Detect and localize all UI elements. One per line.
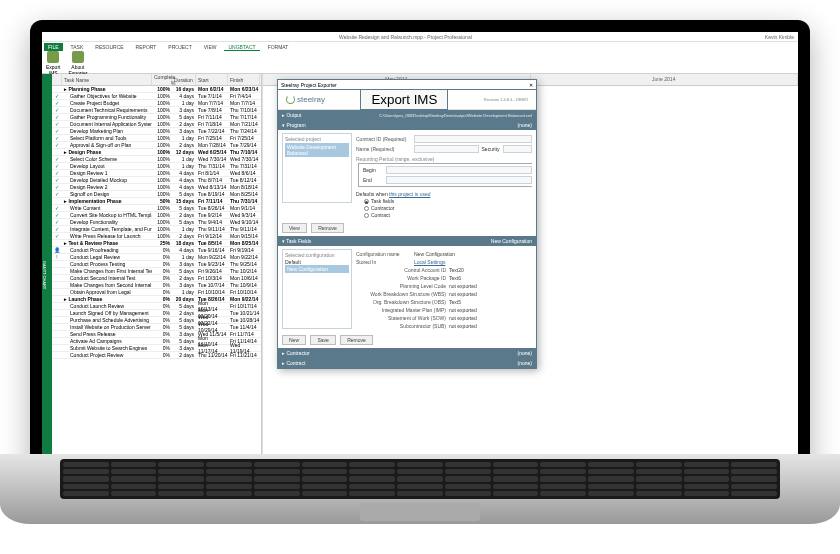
duration-cell[interactable]: 5 days [172, 324, 196, 330]
start-cell[interactable]: Tue 7/1/14 [196, 93, 228, 99]
table-row[interactable]: ✓Design Review 1100%4 daysFri 8/1/14Wed … [52, 170, 261, 177]
finish-cell[interactable]: Thu 9/11/14 [228, 226, 260, 232]
start-cell[interactable]: Fri 7/11/14 [196, 198, 228, 204]
start-cell[interactable]: Wed 8/13/14 [196, 184, 228, 190]
finish-cell[interactable]: Thu 7/10/14 [228, 107, 260, 113]
start-cell[interactable]: Mon 9/22/14 [196, 254, 228, 260]
save-button[interactable]: Save [310, 335, 335, 345]
table-row[interactable]: ▸ Implementation Phase50%15 daysFri 7/11… [52, 198, 261, 205]
task-grid[interactable]: Task Name Complete % Duration Start Fini… [52, 74, 262, 456]
finish-cell[interactable]: Mon 10/6/14 [228, 275, 260, 281]
table-row[interactable]: ✓Develop Marketing Plan100%3 daysTue 7/2… [52, 128, 261, 135]
section-task-fields[interactable]: ▾ Task Fields New Configuration [278, 236, 536, 246]
duration-cell[interactable]: 4 days [172, 184, 196, 190]
finish-cell[interactable]: Thu 9/25/14 [228, 261, 260, 267]
task-name-cell[interactable]: Purchase and Schedule Advertising [62, 317, 152, 323]
list-item[interactable]: New Configuration [285, 265, 349, 273]
table-row[interactable]: Conduct Process Testing0%3 daysTue 9/23/… [52, 261, 261, 268]
table-row[interactable]: 👤Conduct Proofreading0%4 daysTue 9/16/14… [52, 247, 261, 254]
complete-cell[interactable]: 100% [152, 177, 172, 183]
complete-cell[interactable]: 50% [152, 198, 172, 204]
task-name-cell[interactable]: Select Color Scheme [62, 156, 152, 162]
finish-cell[interactable]: Fri 11/7/14 [228, 331, 260, 337]
complete-cell[interactable]: 0% [152, 303, 172, 309]
start-cell[interactable]: Thu 9/11/14 [196, 226, 228, 232]
start-cell[interactable]: Fri 10/10/14 [196, 289, 228, 295]
complete-cell[interactable]: 0% [152, 324, 172, 330]
tab-resource[interactable]: RESOURCE [91, 44, 127, 50]
task-name-cell[interactable]: ▸ Design Phase [62, 149, 152, 155]
begin-date-field[interactable] [386, 166, 532, 174]
task-name-cell[interactable]: Create Project Budget [62, 100, 152, 106]
col-duration[interactable]: Duration [172, 74, 196, 85]
complete-cell[interactable]: 0% [152, 310, 172, 316]
table-row[interactable]: Obtain Approval from Legal0%1 dayFri 10/… [52, 289, 261, 296]
duration-cell[interactable]: 2 days [172, 352, 196, 358]
complete-cell[interactable]: 0% [152, 261, 172, 267]
config-list[interactable]: Selected configuration Default New Confi… [282, 249, 352, 329]
task-name-cell[interactable]: Convert Site Mockup to HTML Template [62, 212, 152, 218]
complete-cell[interactable]: 100% [152, 205, 172, 211]
finish-cell[interactable]: Tue 11/4/14 [228, 324, 260, 330]
finish-cell[interactable]: Fri 7/25/14 [228, 135, 260, 141]
complete-cell[interactable]: 0% [152, 289, 172, 295]
export-ims-button[interactable]: Export IMS [360, 89, 448, 110]
duration-cell[interactable]: 5 days [172, 317, 196, 323]
table-row[interactable]: ▸ Planning Phase100%16 daysMon 6/2/14Mon… [52, 86, 261, 93]
start-cell[interactable]: Mon 7/7/14 [196, 100, 228, 106]
complete-cell[interactable]: 100% [152, 219, 172, 225]
task-name-cell[interactable]: Submit Website to Search Engines [62, 345, 152, 351]
duration-cell[interactable]: 4 days [172, 247, 196, 253]
finish-cell[interactable]: Thu 10/9/14 [228, 282, 260, 288]
duration-cell[interactable]: 5 days [172, 268, 196, 274]
finish-cell[interactable]: Thu 10/2/14 [228, 268, 260, 274]
finish-cell[interactable]: Thu 7/31/14 [228, 198, 260, 204]
table-row[interactable]: ✓Select Platform and Tools100%1 dayFri 7… [52, 135, 261, 142]
field-value[interactable]: not exported [449, 315, 532, 321]
complete-cell[interactable]: 0% [152, 352, 172, 358]
complete-cell[interactable]: 0% [152, 317, 172, 323]
start-cell[interactable]: Fri 7/18/14 [196, 121, 228, 127]
task-name-cell[interactable]: Conduct Process Testing [62, 261, 152, 267]
table-row[interactable]: ▸ Design Phase100%12 daysWed 6/25/14Thu … [52, 149, 261, 156]
start-cell[interactable]: Tue 9/23/14 [196, 261, 228, 267]
duration-cell[interactable]: 3 days [172, 331, 196, 337]
table-row[interactable]: Make Changes from Second Internal Test0%… [52, 282, 261, 289]
complete-cell[interactable]: 100% [152, 100, 172, 106]
task-name-cell[interactable]: Conduct Proofreading [62, 247, 152, 253]
duration-cell[interactable]: 2 days [172, 212, 196, 218]
task-name-cell[interactable]: Send Press Release [62, 331, 152, 337]
task-name-cell[interactable]: Activate Ad Campaigns [62, 338, 152, 344]
table-row[interactable]: ✓Document Technical Requirements100%3 da… [52, 107, 261, 114]
task-name-cell[interactable]: Obtain Approval from Legal [62, 289, 152, 295]
list-item[interactable]: Website Development Balanced [285, 143, 349, 157]
complete-cell[interactable]: 0% [152, 247, 172, 253]
table-row[interactable]: ✓Develop Functionality100%5 daysThu 9/4/… [52, 219, 261, 226]
complete-cell[interactable]: 100% [152, 233, 172, 239]
table-row[interactable]: Purchase and Schedule Advertising0%5 day… [52, 317, 261, 324]
task-name-cell[interactable]: Write Content [62, 205, 152, 211]
field-value[interactable]: not exported [449, 283, 532, 289]
duration-cell[interactable]: 1 day [172, 156, 196, 162]
complete-cell[interactable]: 100% [152, 128, 172, 134]
complete-cell[interactable]: 100% [152, 114, 172, 120]
field-value[interactable]: not exported [449, 307, 532, 313]
finish-cell[interactable]: Thu 7/10/14 [228, 149, 260, 155]
radio-contract[interactable] [364, 213, 369, 218]
complete-cell[interactable]: 100% [152, 191, 172, 197]
tab-format[interactable]: FORMAT [264, 44, 293, 50]
complete-cell[interactable]: 25% [152, 240, 172, 246]
duration-cell[interactable]: 16 days [172, 86, 196, 92]
duration-cell[interactable]: 15 days [172, 198, 196, 204]
task-name-cell[interactable]: Launch Signed Off by Management [62, 310, 152, 316]
finish-cell[interactable]: Tue 10/21/14 [228, 310, 260, 316]
task-name-cell[interactable]: ▸ Implementation Phase [62, 198, 152, 204]
table-row[interactable]: ✓Create Project Budget100%1 dayMon 7/7/1… [52, 100, 261, 107]
duration-cell[interactable]: 1 day [172, 226, 196, 232]
duration-cell[interactable]: 20 days [172, 296, 196, 302]
task-name-cell[interactable]: ▸ Test & Review Phase [62, 240, 152, 246]
duration-cell[interactable]: 4 days [172, 177, 196, 183]
start-cell[interactable]: Tue 9/2/14 [196, 212, 228, 218]
start-cell[interactable]: Fri 7/11/14 [196, 114, 228, 120]
field-value[interactable]: not exported [449, 323, 532, 329]
